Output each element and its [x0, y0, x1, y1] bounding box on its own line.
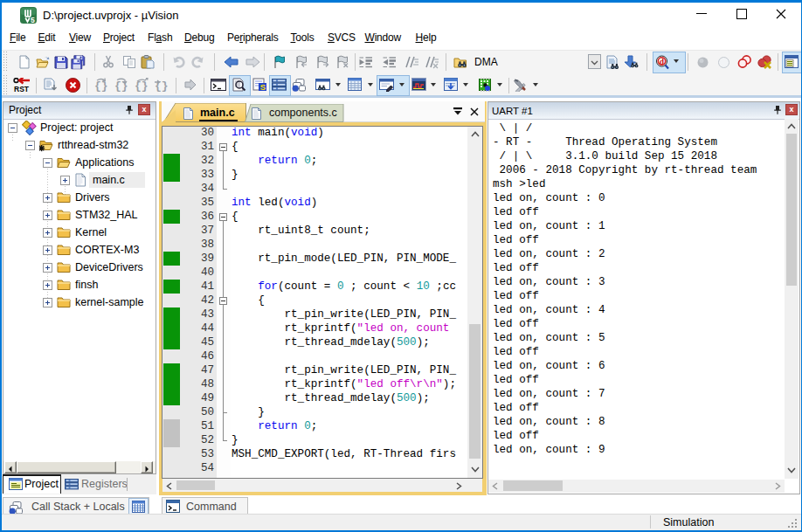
svg-text:5: 5	[31, 16, 35, 24]
svg-text:{}: {}	[155, 79, 169, 92]
svg-text:S: S	[260, 82, 266, 92]
svg-text:{}: {}	[135, 79, 149, 92]
svg-text:d: d	[660, 58, 665, 66]
svg-text:RST: RST	[14, 85, 30, 93]
svg-text:{}: {}	[94, 79, 108, 92]
